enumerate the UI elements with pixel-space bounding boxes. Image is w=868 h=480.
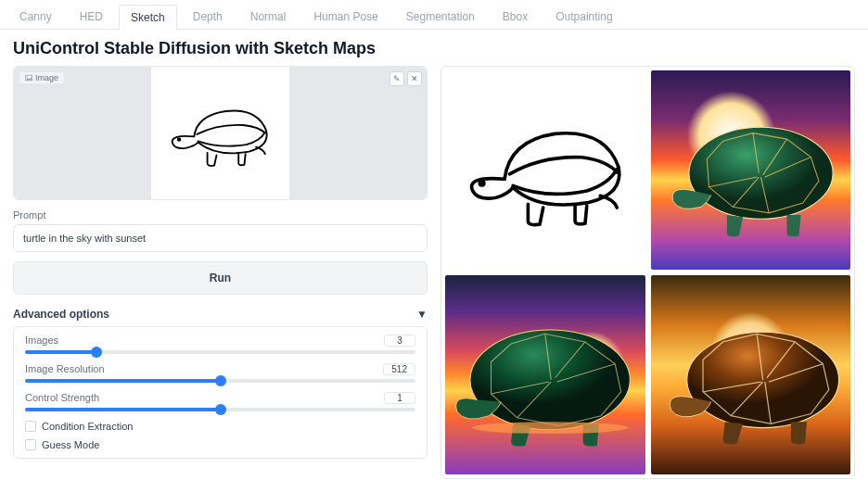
tab-bbox[interactable]: Bbox [491, 4, 540, 29]
checkbox-label: Guess Mode [42, 439, 99, 450]
tab-depth[interactable]: Depth [181, 4, 235, 29]
svg-point-4 [688, 127, 832, 219]
advanced-toggle[interactable]: Advanced options ▼ [13, 308, 428, 321]
slider-control-strength: Control Strength1 [25, 392, 415, 411]
result-gallery [440, 66, 855, 479]
slider-value[interactable]: 1 [384, 392, 415, 404]
tab-sketch[interactable]: Sketch [119, 5, 177, 30]
image-center [151, 67, 288, 199]
checkbox-condition-extraction[interactable]: Condition Extraction [25, 421, 415, 432]
svg-point-6 [472, 422, 628, 434]
advanced-body: Images3Image Resolution512Control Streng… [13, 326, 428, 459]
checkbox-guess-mode[interactable]: Guess Mode [25, 439, 415, 450]
slider-image-resolution: Image Resolution512 [25, 363, 415, 383]
tab-human-pose[interactable]: Human Pose [301, 4, 389, 29]
slider-label: Images [25, 335, 58, 347]
image-tag-label: Image [35, 73, 58, 82]
sketch-turtle [162, 77, 278, 188]
image-input-panel[interactable]: Image ✎ ✕ [13, 66, 428, 200]
chevron-down-icon: ▼ [416, 308, 428, 321]
image-pad-right [289, 67, 427, 199]
checkbox-box[interactable] [25, 421, 36, 432]
result-cell-2[interactable] [445, 275, 645, 474]
tab-bar: CannyHEDSketchDepthNormalHuman PoseSegme… [0, 0, 868, 30]
slider-images: Images3 [25, 335, 415, 354]
slider-value[interactable]: 3 [384, 335, 415, 347]
prompt-input[interactable]: turtle in the sky with sunset [13, 224, 428, 252]
edit-icon[interactable]: ✎ [389, 71, 404, 86]
result-cell-3[interactable] [651, 275, 851, 474]
tab-outpainting[interactable]: Outpainting [543, 4, 624, 29]
svg-point-5 [470, 330, 630, 430]
svg-point-7 [686, 332, 838, 427]
result-cell-1[interactable] [651, 70, 851, 270]
tab-normal[interactable]: Normal [238, 4, 299, 29]
close-icon[interactable]: ✕ [407, 71, 422, 86]
svg-point-2 [178, 139, 180, 141]
tab-canny[interactable]: Canny [7, 4, 64, 29]
slider-thumb[interactable] [91, 347, 102, 358]
slider-label: Image Resolution [25, 363, 105, 375]
slider-track[interactable] [25, 379, 415, 383]
tab-hed[interactable]: HED [68, 4, 115, 29]
svg-point-3 [480, 182, 485, 186]
checkbox-label: Condition Extraction [42, 421, 133, 432]
slider-thumb[interactable] [215, 404, 226, 415]
run-button[interactable]: Run [13, 261, 428, 295]
image-pad-left [14, 67, 151, 199]
tab-segmentation[interactable]: Segmentation [394, 4, 487, 29]
slider-track[interactable] [25, 408, 415, 411]
advanced-label: Advanced options [13, 308, 109, 321]
slider-thumb[interactable] [215, 375, 226, 386]
page-title: UniControl Stable Diffusion with Sketch … [0, 30, 868, 66]
checkbox-box[interactable] [25, 439, 36, 450]
image-tag: Image [19, 71, 65, 84]
slider-value[interactable]: 512 [383, 363, 415, 375]
result-cell-sketch[interactable] [445, 70, 645, 270]
svg-point-1 [27, 77, 28, 78]
prompt-label: Prompt [13, 209, 428, 221]
slider-label: Control Strength [25, 392, 99, 404]
slider-track[interactable] [25, 350, 415, 354]
